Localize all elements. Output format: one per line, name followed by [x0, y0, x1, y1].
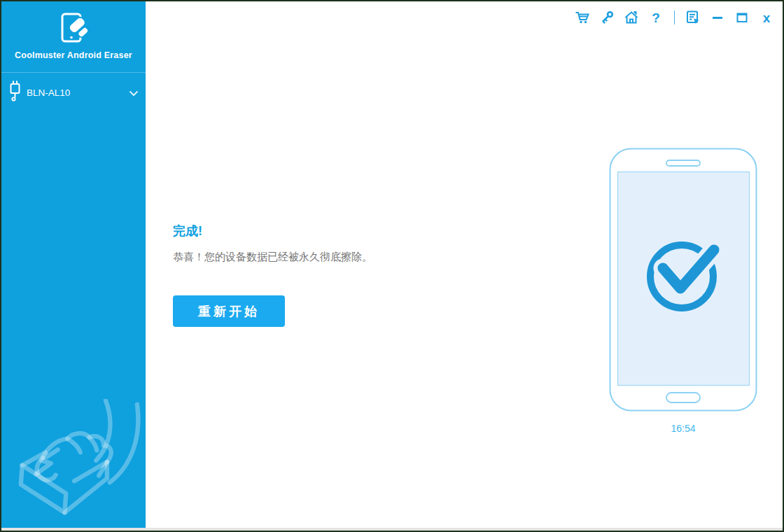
sidebar: Coolmuster Android Eraser BLN: [1, 1, 146, 528]
help-icon[interactable]: ?: [648, 10, 664, 25]
app-title: Coolmuster Android Eraser: [1, 50, 146, 60]
cart-icon[interactable]: [575, 10, 590, 25]
app-surface: Coolmuster Android Eraser BLN: [1, 1, 783, 528]
device-selector[interactable]: BLN-AL10: [1, 73, 146, 112]
phone-with-checkmark-illustration: [609, 148, 757, 414]
hand-erasing-watermark-icon: [6, 399, 143, 522]
minimize-icon[interactable]: [710, 10, 725, 25]
key-icon[interactable]: [599, 10, 615, 25]
completion-message: 恭喜！您的设备数据已经被永久彻底擦除。: [173, 251, 372, 264]
app-window: Coolmuster Android Eraser BLN: [0, 0, 784, 532]
restart-button[interactable]: 重新开始: [173, 295, 285, 327]
help-glyph: ?: [652, 11, 660, 24]
titlebar-separator: [674, 10, 675, 24]
usb-plug-icon: [8, 80, 22, 105]
titlebar-actions: ?: [575, 8, 774, 27]
home-icon[interactable]: [624, 10, 639, 25]
app-logo-icon: [57, 11, 90, 48]
chevron-down-icon: [129, 87, 139, 99]
register-icon[interactable]: [685, 10, 701, 25]
device-name: BLN-AL10: [27, 88, 70, 98]
logo-area: Coolmuster Android Eraser: [1, 1, 146, 72]
close-glyph: x: [763, 11, 771, 24]
erase-time: 16:54: [609, 423, 757, 434]
maximize-icon[interactable]: [734, 10, 750, 25]
completion-title: 完成!: [173, 223, 202, 239]
close-icon[interactable]: x: [759, 10, 774, 25]
